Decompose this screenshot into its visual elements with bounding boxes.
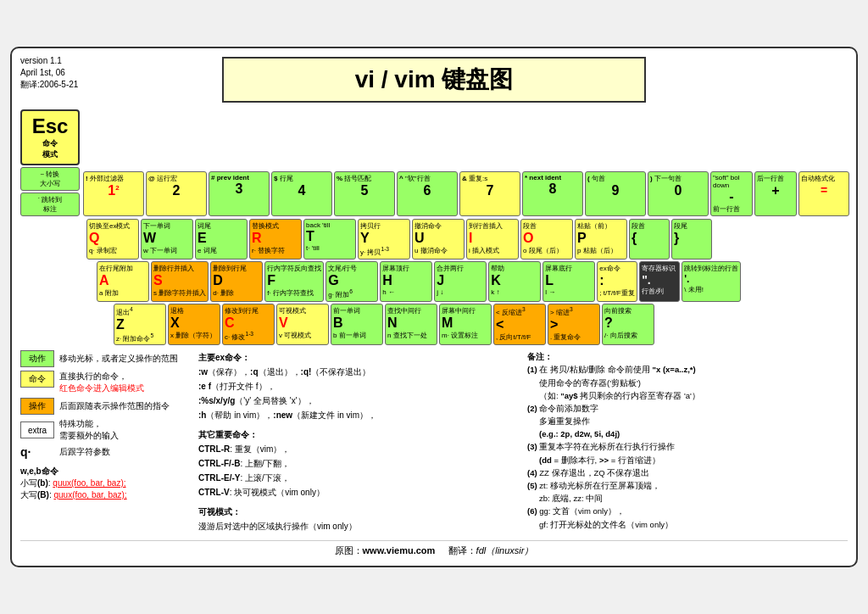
- key-A[interactable]: 在行尾附加 A a 附加: [97, 261, 149, 302]
- key-N[interactable]: 查找中间行 N n 查找下一处: [385, 304, 437, 345]
- key-H[interactable]: 屏幕顶行 H h ←: [380, 261, 432, 302]
- legend-command-desc: 直接执行的命令，红色命令进入编辑模式: [59, 371, 144, 394]
- key-colon[interactable]: ex命令 : ; t/T/f/F重复: [597, 261, 637, 302]
- legend-operation-box: 操作: [20, 398, 54, 415]
- web-commands: w,e,b命令 小写(b): quux(foo, bar, baz); 大写(B…: [20, 466, 190, 501]
- key-0[interactable]: ) 下一句首 0: [648, 171, 709, 216]
- key-question[interactable]: 向前搜索 ? /· 向后搜索: [602, 304, 654, 345]
- key-Q[interactable]: 切换至ex模式 Q q· 录制宏: [86, 219, 139, 260]
- key-1[interactable]: ! 外部过滤器 12: [83, 171, 144, 216]
- main-container: version 1.1April 1st, 06翻译:2006-5-21 vi …: [10, 47, 858, 567]
- key-O[interactable]: 段首 O o 段尾（后）: [520, 219, 573, 260]
- legend-dot-desc: 后跟字符参数: [59, 446, 110, 458]
- key-Y[interactable]: 拷贝行 Y y· 拷贝1-3: [358, 219, 410, 260]
- key-L[interactable]: 屏幕底行 L l →: [542, 261, 595, 302]
- key-6[interactable]: ^ "软"行首 6: [397, 171, 458, 216]
- key-lt[interactable]: < 反缩进3 < , 反向t/T/f/F: [493, 304, 546, 345]
- key-plus[interactable]: 后一行首 +: [754, 171, 797, 216]
- key-5[interactable]: % 括号匹配 5: [334, 171, 395, 216]
- key-C[interactable]: 修改到行尾 C c· 修改1-3: [222, 304, 275, 345]
- footer-right: 翻译：fdl（linuxsir）: [448, 545, 534, 555]
- key-F[interactable]: 行内字符反向查找 F f· 行内字符查找: [264, 261, 324, 302]
- key-apostrophe[interactable]: 跳转到标注的行首 '. \ 未用!: [682, 261, 741, 302]
- key-equals[interactable]: 自动格式化 =: [798, 171, 849, 216]
- title: vi / vim 键盘图: [222, 57, 646, 103]
- legend-command-box: 命令: [20, 371, 54, 388]
- legend-extra-desc: 特殊功能，需要额外的输入: [59, 418, 119, 442]
- footer: 原图：www.viemu.com 翻译：fdl（linuxsir）: [20, 540, 848, 557]
- key-T[interactable]: back 'till T t· 'till: [303, 219, 356, 260]
- key-D[interactable]: 删除到行尾 D d· 删除: [210, 261, 263, 302]
- notes-section: 备注： (1) 在 拷贝/粘贴/删除 命令前使用 "x (x=a..z,*) 使…: [527, 350, 848, 533]
- key-8[interactable]: * next ident 8: [522, 171, 583, 216]
- key-S[interactable]: 删除行并插入 S s 删除字符并插入: [151, 261, 209, 302]
- key-W[interactable]: 下一单词 W w 下一单词: [141, 219, 193, 260]
- legend-action-box: 动作: [20, 350, 54, 367]
- commands-section: 主要ex命令： :w（保存），:q（退出），:q!（不保存退出） :e f（打开…: [198, 350, 519, 533]
- key-minus[interactable]: "soft" bol down - 前一行首: [710, 171, 753, 216]
- footer-left: 原图：www.viemu.com: [335, 545, 436, 555]
- key-I[interactable]: 到行首插入 I i 插入模式: [466, 219, 519, 260]
- key-G[interactable]: 文尾/行号 G g· 附加6: [326, 261, 378, 302]
- version-info: version 1.1April 1st, 06翻译:2006-5-21: [20, 55, 78, 91]
- key-U[interactable]: 撤消命令 U u 撤消命令: [412, 219, 465, 260]
- key-9[interactable]: ( 句首 9: [585, 171, 646, 216]
- key-Z[interactable]: 退出4 Z z· 附加命令5: [114, 304, 166, 345]
- key-4[interactable]: $ 行尾 4: [271, 171, 332, 216]
- key-7[interactable]: & 重复:s 7: [459, 171, 520, 216]
- legend-extra-box: extra: [20, 421, 54, 438]
- esc-key[interactable]: Esc 命令 模式: [20, 109, 80, 165]
- key-E[interactable]: 词尾 E e 词尾: [195, 219, 248, 260]
- key-quote[interactable]: 寄存器标识 ". 行首/列: [639, 261, 680, 302]
- key-3[interactable]: # prev ident 3: [209, 171, 270, 216]
- key-V[interactable]: 可视模式 V v 可视模式: [276, 304, 329, 345]
- legend-dot-symbol: q·: [20, 445, 54, 459]
- key-J[interactable]: 合并两行 J j ↓: [434, 261, 487, 302]
- key-lbrace[interactable]: 段首 {: [629, 219, 670, 260]
- key-B[interactable]: 前一单词 B b 前一单词: [331, 304, 383, 345]
- key-gt[interactable]: > 缩进3 > . 重复命令: [548, 304, 600, 345]
- key-rbrace[interactable]: 段尾 }: [671, 219, 712, 260]
- key-R[interactable]: 替换模式 R r· 替换字符: [249, 219, 302, 260]
- key-P[interactable]: 粘贴（前） P p 粘贴（后）: [575, 219, 627, 260]
- key-X[interactable]: 退格 X x 删除（字符）: [168, 304, 220, 345]
- key-K[interactable]: 帮助 K k ↑: [488, 261, 541, 302]
- legend-action-desc: 移动光标，或者定义操作的范围: [59, 353, 178, 365]
- key-M[interactable]: 屏幕中间行 M m· 设置标注: [439, 304, 492, 345]
- legend-operation-desc: 后面跟随表示操作范围的指令: [59, 400, 170, 412]
- key-2[interactable]: @ 运行宏 2: [146, 171, 207, 216]
